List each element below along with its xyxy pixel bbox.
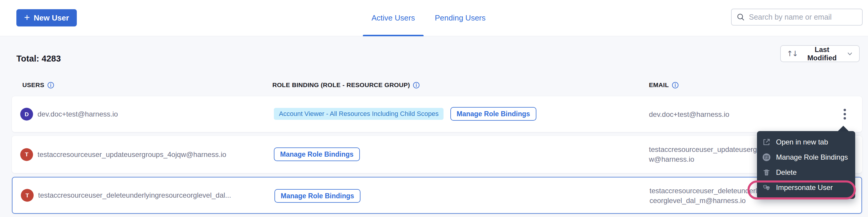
avatar: T [20, 148, 33, 161]
column-header-email: EMAIL [649, 81, 679, 88]
info-icon[interactable] [413, 82, 420, 88]
manage-role-bindings-button[interactable]: Manage Role Bindings [451, 107, 536, 121]
page-header: + New User Active Users Pending Users [0, 0, 868, 36]
column-header-role-binding-label: ROLE BINDING (ROLE - RESOURCE GROUP) [272, 81, 410, 88]
plus-icon: + [24, 12, 30, 22]
user-name: dev.doc+test@harness.io [37, 110, 118, 118]
avatar-letter: T [26, 192, 29, 198]
impersonate-user-icon [762, 183, 771, 192]
menu-item-delete[interactable]: Delete [757, 165, 855, 180]
tab-pending-users[interactable]: Pending Users [430, 0, 490, 36]
total-count-label: Total: 4283 [17, 54, 61, 64]
context-menu-arrow [838, 126, 849, 132]
user-email-line: dev.doc+test@harness.io [649, 109, 729, 119]
user-email: dev.doc+test@harness.io [649, 109, 729, 119]
user-name: testaccresourceuser_updateusergroups_4oj… [37, 150, 226, 159]
role-binding-chip: Account Viewer - All Resources Including… [274, 108, 443, 120]
manage-role-bindings-button[interactable]: Manage Role Bindings [274, 147, 360, 161]
avatar: D [20, 108, 33, 121]
kebab-dot [844, 113, 846, 115]
user-name: testaccresourceuser_deleteunderlyingreso… [38, 191, 231, 200]
table-row[interactable]: D dev.doc+test@harness.io Account Viewer… [12, 96, 862, 132]
avatar: T [21, 189, 34, 202]
sort-dropdown[interactable]: ↑↓ Last Modified [780, 45, 860, 62]
row-actions-menu: Open in new tab Manage Role Bindings Del… [757, 131, 855, 199]
tab-active-users-label: Active Users [371, 13, 415, 23]
sort-dropdown-value: Last Modified [802, 45, 842, 62]
manage-role-bindings-button[interactable]: Manage Role Bindings [274, 189, 361, 203]
row-options-kebab-icon[interactable] [837, 106, 852, 122]
column-header-users-label: USERS [22, 81, 44, 88]
avatar-letter: D [25, 111, 29, 117]
info-icon[interactable] [47, 82, 54, 88]
manage-role-bindings-icon [762, 153, 771, 162]
column-header-role-binding: ROLE BINDING (ROLE - RESOURCE GROUP) [272, 81, 420, 88]
column-header-users: USERS [22, 81, 54, 88]
avatar-letter: T [25, 151, 29, 158]
new-user-button-label: New User [34, 13, 69, 23]
active-tab-underline [363, 35, 424, 36]
search-icon [737, 13, 745, 22]
sort-arrows-icon: ↑↓ [787, 49, 798, 58]
column-header-email-label: EMAIL [649, 81, 669, 88]
menu-item-impersonate-user[interactable]: Impersonate User [757, 180, 855, 195]
menu-item-label: Open in new tab [776, 138, 828, 146]
search-box[interactable] [731, 9, 863, 26]
table-row[interactable]: T testaccresourceuser_updateusergroups_4… [12, 136, 862, 173]
delete-icon [762, 168, 771, 177]
menu-item-manage-role-bindings[interactable]: Manage Role Bindings [757, 149, 855, 165]
menu-item-label: Manage Role Bindings [776, 153, 848, 161]
kebab-dot [844, 117, 846, 119]
table-row-selected[interactable]: T testaccresourceuser_deleteunderlyingre… [12, 177, 862, 214]
chevron-down-icon [846, 50, 853, 57]
tab-pending-users-label: Pending Users [435, 13, 486, 23]
search-input[interactable] [749, 13, 857, 22]
menu-item-open-in-new-tab[interactable]: Open in new tab [757, 134, 855, 149]
info-icon[interactable] [672, 82, 679, 88]
tab-active-users[interactable]: Active Users [363, 0, 424, 36]
kebab-dot [844, 109, 846, 111]
menu-item-label: Impersonate User [776, 183, 833, 192]
menu-item-label: Delete [776, 168, 797, 177]
new-user-button[interactable]: + New User [17, 9, 77, 27]
open-in-new-tab-icon [762, 138, 771, 147]
